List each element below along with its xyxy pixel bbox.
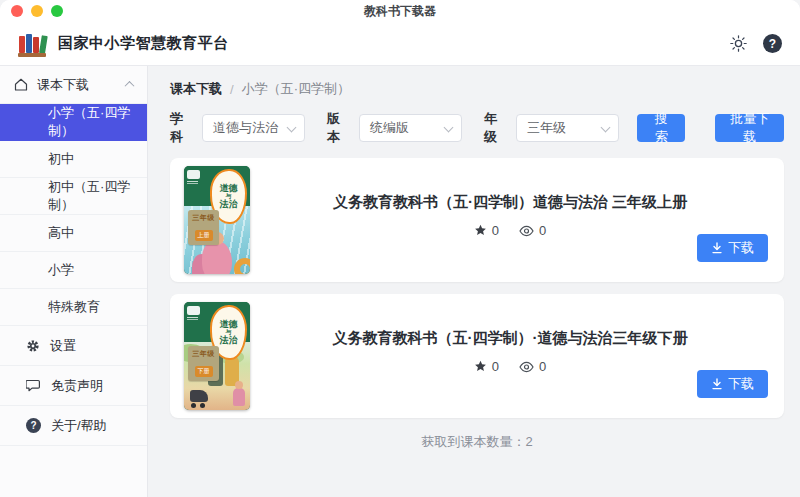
sidebar-parent-label: 课本下载 <box>37 76 89 94</box>
book-card: 道德 与 法治 三年级 上册 义务教育教科书（五·四学制）道 <box>170 158 784 282</box>
breadcrumb-root[interactable]: 课本下载 <box>170 80 222 98</box>
filter-bar: 学科 道德与法治 版本 统编版 年级 三年级 <box>170 110 784 146</box>
download-button[interactable]: 下载 <box>697 370 768 398</box>
breadcrumb-separator: / <box>230 82 234 97</box>
sidebar-item-label: 免责声明 <box>51 377 103 395</box>
eye-icon <box>519 361 534 373</box>
chat-bubble-icon <box>26 379 41 393</box>
book-info: 义务教育教科书（五·四学制）道德与法治 三年级上册 0 0 <box>250 166 770 274</box>
subject-filter-group: 学科 道德与法治 <box>170 110 305 146</box>
app-header: 国家中小学智慧教育平台 ? <box>0 22 800 66</box>
chevron-down-icon <box>287 123 297 133</box>
cover-grade-label: 三年级 下册 <box>188 346 219 381</box>
book-info: 义务教育教科书（五·四学制）·道德与法治三年级下册 0 0 <box>250 302 770 410</box>
sidebar-item-label: 初中（五·四学制） <box>48 178 147 214</box>
book-cover-volume2: 道德 与 法治 三年级 下册 <box>184 302 250 410</box>
books-logo-icon <box>18 31 48 57</box>
download-label: 下载 <box>728 239 754 257</box>
view-count: 0 <box>539 223 546 238</box>
cover-grade-label: 三年级 上册 <box>188 210 219 245</box>
edition-filter-group: 版本 统编版 <box>327 110 462 146</box>
subject-select-value: 道德与法治 <box>213 119 278 137</box>
sidebar-item-primary-54[interactable]: 小学（五·四学制） <box>0 104 147 141</box>
grade-select[interactable]: 三年级 <box>516 114 619 142</box>
sidebar-item-junior[interactable]: 初中 <box>0 141 147 178</box>
star-count: 0 <box>492 223 499 238</box>
edition-select[interactable]: 统编版 <box>359 114 462 142</box>
download-icon <box>711 242 723 254</box>
main-content: 课本下载 / 小学（五·四学制） 学科 道德与法治 版本 统编版 <box>148 66 800 497</box>
gear-icon <box>26 339 40 353</box>
chevron-up-icon <box>125 81 135 91</box>
sidebar: 课本下载 小学（五·四学制） 初中 初中（五·四学制） 高中 小学 特殊教育 <box>0 66 148 497</box>
book-cover-volume1: 道德 与 法治 三年级 上册 <box>184 166 250 274</box>
edition-label: 版本 <box>327 110 350 146</box>
star-count: 0 <box>492 359 499 374</box>
sidebar-item-label: 关于/帮助 <box>51 417 107 435</box>
publisher-logo-icon <box>187 306 200 315</box>
minimize-window-button[interactable] <box>31 5 43 17</box>
page-title: 国家中小学智慧教育平台 <box>58 34 229 53</box>
book-title: 义务教育教科书（五·四学制）·道德与法治三年级下册 <box>333 329 688 348</box>
sidebar-item-disclaimer[interactable]: 免责声明 <box>0 366 147 406</box>
star-stat: 0 <box>474 223 499 238</box>
sidebar-item-label: 高中 <box>48 224 74 242</box>
book-card: 道德 与 法治 三年级 下册 义务教育教科书（五·四学制）· <box>170 294 784 418</box>
subject-label: 学科 <box>170 110 193 146</box>
star-icon <box>474 360 487 373</box>
book-list: 道德 与 法治 三年级 上册 义务教育教科书（五·四学制）道 <box>170 158 784 418</box>
app-window: 教科书下载器 国家中小学智慧教育平台 ? <box>0 0 800 497</box>
publisher-logo-icon <box>187 170 200 179</box>
views-stat: 0 <box>519 359 546 374</box>
chevron-down-icon <box>444 123 454 133</box>
download-label: 下载 <box>728 375 754 393</box>
sidebar-item-about-help[interactable]: ? 关于/帮助 <box>0 406 147 446</box>
book-stats: 0 0 <box>474 359 546 374</box>
zoom-window-button[interactable] <box>51 5 63 17</box>
breadcrumb: 课本下载 / 小学（五·四学制） <box>170 80 784 98</box>
sidebar-item-settings[interactable]: 设置 <box>0 326 147 366</box>
sidebar-item-label: 特殊教育 <box>48 298 100 316</box>
sidebar-item-label: 初中 <box>48 150 74 168</box>
sidebar-item-junior-54[interactable]: 初中（五·四学制） <box>0 178 147 215</box>
book-title: 义务教育教科书（五·四学制）道德与法治 三年级上册 <box>333 193 687 212</box>
sidebar-item-textbook-download[interactable]: 课本下载 <box>0 66 147 104</box>
grade-label: 年级 <box>484 110 507 146</box>
view-count: 0 <box>539 359 546 374</box>
grade-select-value: 三年级 <box>527 119 566 137</box>
batch-download-button[interactable]: 批量下载 <box>715 114 784 142</box>
sidebar-item-label: 设置 <box>50 337 76 355</box>
grade-filter-group: 年级 三年级 <box>484 110 619 146</box>
subject-select[interactable]: 道德与法治 <box>202 114 305 142</box>
chevron-down-icon <box>601 123 611 133</box>
sidebar-item-label: 小学 <box>48 261 74 279</box>
window-controls <box>11 5 63 17</box>
home-icon <box>14 78 28 91</box>
sidebar-item-label: 小学（五·四学制） <box>48 104 147 140</box>
download-button[interactable]: 下载 <box>697 234 768 262</box>
close-window-button[interactable] <box>11 5 23 17</box>
download-icon <box>711 378 723 390</box>
result-count: 获取到课本数量：2 <box>170 433 784 451</box>
question-circle-icon: ? <box>26 418 41 433</box>
sidebar-item-senior[interactable]: 高中 <box>0 215 147 252</box>
star-icon <box>474 224 487 237</box>
sidebar-item-primary[interactable]: 小学 <box>0 252 147 289</box>
eye-icon <box>519 225 534 237</box>
sidebar-item-special-education[interactable]: 特殊教育 <box>0 289 147 326</box>
search-button[interactable]: 搜索 <box>637 114 685 142</box>
book-stats: 0 0 <box>474 223 546 238</box>
views-stat: 0 <box>519 223 546 238</box>
titlebar: 教科书下载器 <box>0 0 800 22</box>
edition-select-value: 统编版 <box>370 119 409 137</box>
star-stat: 0 <box>474 359 499 374</box>
help-question-icon[interactable]: ? <box>763 34 782 53</box>
header-actions: ? <box>730 34 782 53</box>
theme-toggle-sun-icon[interactable] <box>730 35 747 52</box>
breadcrumb-current: 小学（五·四学制） <box>242 80 350 98</box>
window-title: 教科书下载器 <box>364 3 436 20</box>
